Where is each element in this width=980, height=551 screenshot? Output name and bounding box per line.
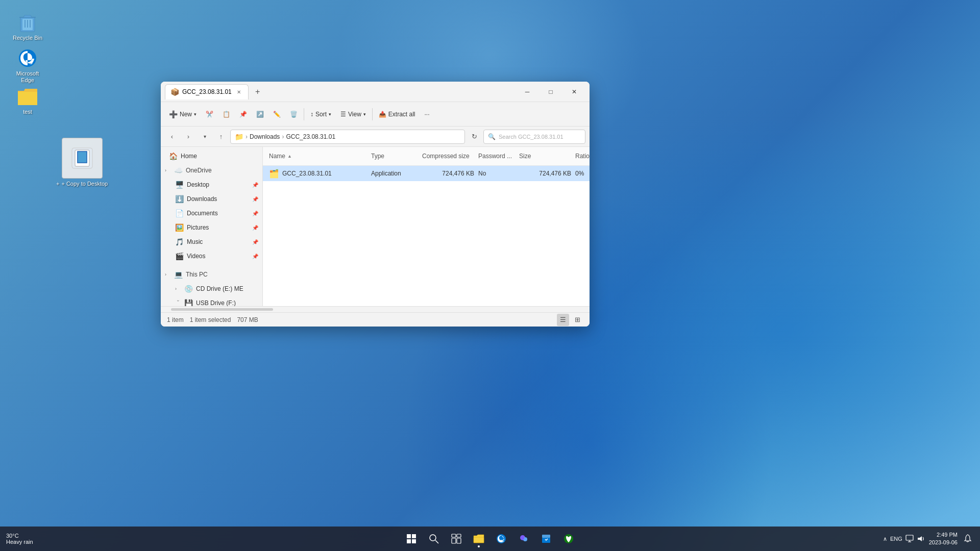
sidebar-item-downloads[interactable]: ⬇️ Downloads 📌	[161, 192, 262, 206]
sidebar-item-documents[interactable]: 📄 Documents 📌	[161, 206, 262, 220]
view-btn[interactable]: ☰ View ▾	[336, 106, 370, 122]
forward-btn[interactable]: ›	[181, 130, 195, 144]
start-btn[interactable]	[401, 529, 422, 549]
desktop-icon-test[interactable]: test	[7, 84, 48, 117]
system-clock[interactable]: 2:49 PM 2023-09-06	[929, 531, 958, 547]
extract-all-btn[interactable]: 📤 Extract all	[375, 106, 420, 122]
volume-icon	[917, 535, 925, 543]
taskbar: 30°C Heavy rain	[0, 527, 980, 551]
sidebar-item-onedrive[interactable]: › ☁️ OneDrive	[161, 163, 262, 178]
minimize-btn[interactable]: ─	[516, 84, 538, 100]
back-btn[interactable]: ‹	[165, 130, 179, 144]
item-count: 1 item	[167, 316, 184, 323]
tile-view-btn[interactable]: ⊞	[571, 314, 583, 326]
home-label: Home	[181, 153, 197, 160]
tray-chevron[interactable]: ∧	[883, 536, 887, 542]
search-placeholder: Search GCC_23.08.31.01	[499, 134, 564, 140]
xbox-taskbar-btn[interactable]	[558, 529, 579, 549]
music-icon: 🎵	[175, 238, 184, 246]
weather-widget[interactable]: 30°C Heavy rain	[6, 533, 33, 545]
desktop-sidebar-icon: 🖥️	[175, 181, 184, 189]
close-btn[interactable]: ✕	[563, 84, 585, 100]
up-btn[interactable]: ↑	[214, 130, 228, 144]
file-row-gcc[interactable]: 🗂️ GCC_23.08.31.01 Application 724,476 K…	[263, 166, 590, 181]
task-view-btn[interactable]	[446, 529, 467, 549]
extract-icon: 📤	[379, 111, 386, 118]
sidebar-item-pictures[interactable]: 🖼️ Pictures 📌	[161, 220, 262, 235]
tab-close-btn[interactable]: ✕	[235, 88, 243, 96]
file-compressed-cell: 724,476 KB	[420, 169, 476, 178]
active-tab[interactable]: 📦 GCC_23.08.31.01 ✕	[165, 84, 249, 99]
address-bar: ‹ › ▾ ↑ 📁 › Downloads › GCC_23.08.31.01 …	[161, 127, 590, 147]
onedrive-label: OneDrive	[186, 167, 212, 174]
share-btn[interactable]: ↗️	[252, 106, 268, 122]
path-current[interactable]: GCC_23.08.31.01	[286, 133, 335, 140]
col-header-compressed[interactable]: Compressed size	[420, 149, 476, 163]
taskbar-left: 30°C Heavy rain	[6, 533, 37, 545]
desktop-icon-recycle-bin[interactable]: Recycle Bin	[7, 10, 48, 43]
recent-btn[interactable]: ▾	[198, 130, 212, 144]
status-bar: 1 item 1 item selected 707 MB ☰ ⊞	[161, 312, 590, 327]
paste-btn[interactable]: 📌	[235, 106, 251, 122]
list-view-btn[interactable]: ☰	[557, 314, 569, 326]
more-btn[interactable]: ···	[421, 106, 434, 122]
col-header-name[interactable]: Name ▲	[267, 149, 369, 163]
search-taskbar-btn[interactable]	[424, 529, 444, 549]
col-header-size[interactable]: Size	[517, 149, 573, 163]
paste-icon: 📌	[239, 111, 247, 118]
icon-tooltip: + + Copy to Desktop	[56, 138, 108, 187]
sidebar-item-videos[interactable]: 🎬 Videos 📌	[161, 249, 262, 263]
horizontal-scrollbar[interactable]	[161, 306, 590, 312]
copy-btn[interactable]: 📋	[218, 106, 234, 122]
svg-point-14	[430, 535, 436, 541]
col-header-password[interactable]: Password ...	[476, 149, 517, 163]
sidebar-item-usb-drive[interactable]: › 💾 USB Drive (F:)	[161, 296, 262, 306]
file-explorer-taskbar-btn[interactable]	[469, 529, 489, 549]
col-header-ratio[interactable]: Ratio	[573, 149, 590, 163]
sidebar-item-cd-drive[interactable]: › 💿 CD Drive (E:) ME	[161, 282, 262, 296]
this-pc-chevron: ›	[165, 272, 171, 277]
test-label: test	[23, 109, 32, 115]
pictures-pin-icon: 📌	[252, 225, 258, 231]
weather-condition: Heavy rain	[6, 539, 33, 545]
col-header-type[interactable]: Type	[369, 149, 420, 163]
notification-btn[interactable]	[962, 532, 974, 546]
refresh-btn[interactable]: ↻	[467, 130, 481, 144]
view-toggle-area: ☰ ⊞	[557, 314, 583, 326]
file-type-cell: Application	[369, 169, 420, 178]
cd-label: CD Drive (E:) ME	[196, 285, 243, 292]
usb-chevron: ›	[176, 300, 181, 306]
view-arrow: ▾	[363, 112, 366, 117]
file-type-icon: 🗂️	[269, 169, 279, 179]
delete-icon: 🗑️	[290, 111, 298, 118]
sidebar-item-music[interactable]: 🎵 Music 📌	[161, 235, 262, 249]
sidebar-item-home[interactable]: 🏠 Home	[161, 149, 262, 163]
svg-rect-16	[452, 534, 456, 537]
search-box[interactable]: 🔍 Search GCC_23.08.31.01	[483, 130, 585, 144]
new-tab-btn[interactable]: +	[251, 85, 265, 99]
edge-taskbar-btn[interactable]	[491, 529, 511, 549]
desktop-icon-edge[interactable]: Microsoft Edge	[7, 46, 48, 86]
sidebar-item-desktop[interactable]: 🖥️ Desktop 📌	[161, 178, 262, 192]
path-home-icon: 📁	[235, 133, 243, 141]
videos-label: Videos	[187, 253, 205, 260]
maximize-btn[interactable]: □	[540, 84, 562, 100]
file-ratio-cell: 0%	[573, 169, 590, 178]
address-path[interactable]: 📁 › Downloads › GCC_23.08.31.01	[230, 130, 465, 144]
rename-btn[interactable]: ✏️	[269, 106, 285, 122]
music-label: Music	[187, 238, 203, 245]
copy-to-desktop-label[interactable]: + + Copy to Desktop	[56, 181, 108, 187]
sort-icon: ↕️	[310, 111, 313, 118]
chat-taskbar-btn[interactable]	[513, 529, 534, 549]
sidebar-item-this-pc[interactable]: › 💻 This PC	[161, 267, 262, 282]
scroll-thumb[interactable]	[171, 308, 273, 311]
svg-line-15	[435, 540, 438, 543]
lang-indicator[interactable]: ENG	[890, 536, 902, 542]
cut-btn[interactable]: ✂️	[202, 106, 217, 122]
store-taskbar-btn[interactable]	[536, 529, 556, 549]
sort-btn[interactable]: ↕️ Sort ▾	[306, 106, 335, 122]
path-downloads[interactable]: Downloads	[250, 133, 280, 140]
path-separator-2: ›	[282, 133, 284, 140]
delete-btn[interactable]: 🗑️	[286, 106, 302, 122]
new-btn[interactable]: ➕ New ▾	[165, 106, 201, 122]
